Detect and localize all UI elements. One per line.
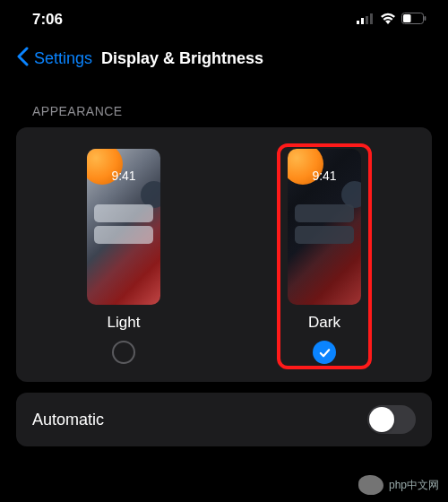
appearance-option-light[interactable]: 9:41 Light — [76, 143, 171, 369]
toggle-knob — [369, 407, 394, 432]
dark-preview: 9:41 — [288, 149, 361, 305]
svg-rect-6 — [425, 16, 426, 21]
svg-rect-2 — [366, 16, 368, 24]
automatic-row: Automatic — [16, 393, 432, 446]
watermark: php中文网 — [358, 475, 439, 495]
status-bar: 7:06 — [0, 0, 448, 36]
status-time: 7:06 — [32, 11, 63, 29]
php-elephant-icon — [358, 475, 383, 495]
navigation-bar: Settings Display & Brightness — [0, 36, 448, 82]
automatic-toggle[interactable] — [367, 405, 416, 434]
checkmark-icon — [318, 346, 332, 359]
appearance-option-dark[interactable]: 9:41 Dark — [277, 143, 372, 369]
back-button[interactable]: Settings — [34, 49, 92, 68]
automatic-label: Automatic — [32, 411, 104, 429]
dark-label: Dark — [308, 314, 340, 332]
svg-rect-0 — [357, 21, 359, 24]
status-indicators — [357, 11, 426, 29]
light-radio[interactable] — [112, 341, 135, 364]
svg-rect-3 — [370, 13, 373, 24]
appearance-panel: 9:41 Light 9:41 Dark — [16, 127, 432, 382]
signal-icon — [357, 11, 375, 29]
back-chevron-icon[interactable] — [16, 47, 29, 70]
watermark-text: php中文网 — [389, 478, 439, 493]
svg-rect-1 — [361, 18, 364, 24]
page-title: Display & Brightness — [101, 49, 263, 68]
preview-time: 9:41 — [288, 169, 361, 183]
light-preview: 9:41 — [87, 149, 160, 305]
dark-radio[interactable] — [313, 341, 336, 364]
battery-icon — [401, 11, 426, 29]
wifi-icon — [380, 11, 396, 29]
preview-time: 9:41 — [87, 169, 160, 183]
appearance-section-header: APPEARANCE — [0, 82, 448, 127]
light-label: Light — [108, 314, 141, 332]
svg-rect-5 — [403, 14, 411, 22]
